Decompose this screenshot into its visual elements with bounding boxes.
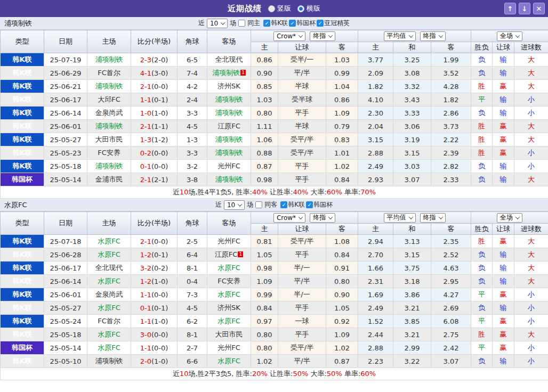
cell-league: 韩K联 (1, 275, 44, 288)
league-checkbox[interactable]: ✓ (263, 20, 270, 27)
home-team-name: 金泉尚武 (95, 290, 123, 298)
cell-result: 胜 (471, 120, 493, 133)
scope-select-value: 全场 (500, 213, 513, 222)
cell-corner: 3-8 (178, 173, 207, 186)
cell-avg-draw: 3.43 (393, 93, 431, 107)
cell-away: 光州FC (207, 160, 251, 173)
layout-radio-vertical[interactable]: 竖版 (268, 4, 291, 13)
matches-table-away-team: 类型 日期 主场 比分(半场) 角球 客场 Crow* 终指 平均值 终指 (0, 211, 548, 380)
final-odds-select[interactable]: 终指 (310, 213, 335, 223)
col-avg-draw: 和 (393, 224, 431, 235)
cell-avg-away: 2.52 (431, 248, 471, 262)
col-score: 比分(半场) (131, 212, 178, 235)
col-goals: 进球数 (514, 224, 548, 235)
move-down-button[interactable]: ↓ (519, 3, 530, 14)
bookmaker-select[interactable]: Crow* (273, 31, 305, 41)
average-select[interactable]: 平均值 (384, 213, 416, 223)
cell-date: 25-06-17 (44, 93, 87, 107)
same-venue-label: 同客 (264, 200, 277, 209)
cell-corner: 2-4 (178, 93, 207, 107)
cell-handicap: 半/一 (278, 288, 326, 301)
radio-unselected-icon[interactable] (268, 5, 275, 12)
match-row: 韩K联25-06-21浦项制铁2-1(0-0)4-2济州SK0.85半球1.04… (1, 80, 548, 93)
away-team-name: 全北现代 (215, 55, 243, 63)
cell-result: 胜 (471, 235, 493, 248)
league-filter[interactable]: ✓韩K联 (280, 200, 305, 209)
cell-avg-home: 2.49 (358, 301, 393, 315)
league-checkbox[interactable]: ✓ (306, 201, 313, 208)
away-team-name: 浦项制铁 (215, 109, 243, 117)
league-checkbox[interactable]: ✓ (289, 20, 296, 27)
titlebar-center: 近期战绩 竖版 横版 (0, 4, 548, 14)
cell-handicap: 平手 (278, 173, 326, 186)
cell-odds-away: 1.09 (326, 107, 358, 120)
col-avg-away: 客 (431, 42, 471, 53)
final-odds-select-value: 终指 (313, 31, 326, 40)
close-button[interactable]: ✕ (533, 3, 545, 14)
filter-controls: 近 10 场 同主 ✓韩K联✓韩国杯✓亚冠精英 (0, 19, 548, 28)
league-filter-label: 韩K联 (288, 200, 305, 209)
cell-corner: 1-3 (178, 133, 207, 146)
col-goals: 进球数 (514, 42, 548, 53)
league-filter[interactable]: ✓韩国杯 (306, 200, 333, 209)
league-checkbox[interactable]: ✓ (317, 20, 324, 27)
cell-date: 25-06-28 (44, 248, 87, 262)
match-row: 韩K联25-06-17全北现代3-2(0-2)8-1水原FC0.98半/一0.9… (1, 262, 548, 275)
league-filter[interactable]: ✓亚冠精英 (317, 19, 350, 28)
recent-count-select[interactable]: 10 (224, 200, 245, 210)
cell-avg-home: 2.23 (358, 355, 393, 368)
final-odds-select-2[interactable]: 终指 (420, 213, 446, 223)
cell-goals: 大 (514, 67, 548, 80)
window-title: 近期战绩 (228, 4, 262, 14)
cell-handicap-result: 赢 (493, 288, 514, 301)
average-group-header: 平均值 终指 (358, 212, 471, 224)
layout-radio-horizontal[interactable]: 横版 (297, 4, 320, 13)
table-header: 类型 日期 主场 比分(半场) 角球 客场 Crow* 终指 平均值 终指 (1, 212, 548, 235)
cell-goals: 小 (514, 341, 548, 355)
fulltime-score: 2-1 (140, 238, 151, 246)
away-team-name: 光州FC (217, 162, 240, 170)
move-up-button[interactable]: ↑ (504, 3, 516, 14)
cell-home: 浦项制铁 (87, 355, 131, 368)
col-corner: 角球 (178, 30, 207, 53)
cell-avg-away: 2.35 (431, 235, 471, 248)
fulltime-score: 3-0 (140, 331, 151, 339)
same-venue-checkbox[interactable] (255, 201, 262, 208)
cell-league: 韩K联 (1, 235, 44, 248)
league-filter[interactable]: ✓韩K联 (263, 19, 288, 28)
average-select-value: 平均值 (387, 213, 406, 222)
cell-avg-away: 2.86 (431, 107, 471, 120)
match-row: 韩K联25-07-19浦项制铁2-3(2-0)6-5全北现代0.86受半/一1.… (1, 53, 548, 67)
scope-select-value: 全场 (500, 31, 513, 40)
average-select[interactable]: 平均值 (384, 31, 416, 41)
cell-home: 浦项制铁 (87, 53, 131, 67)
scope-select[interactable]: 全场 (497, 213, 522, 223)
recent-count-select[interactable]: 10 (207, 19, 228, 28)
home-team-name: 浦项制铁 (95, 122, 123, 130)
cell-odds-away: 0.92 (326, 315, 358, 328)
cell-avg-home: 1.52 (358, 315, 393, 328)
cell-handicap-result: 赢 (493, 235, 514, 248)
cell-odds-away: 0.79 (326, 120, 358, 133)
final-odds-select-2[interactable]: 终指 (420, 31, 446, 41)
radio-selected-icon[interactable] (297, 5, 304, 12)
scope-select[interactable]: 全场 (497, 31, 522, 41)
cell-away: 济州SK (207, 80, 251, 93)
cell-handicap: 受半/一 (278, 53, 326, 67)
league-checkbox[interactable]: ✓ (280, 201, 287, 208)
cell-handicap-result: 输 (493, 173, 514, 186)
bookmaker-select[interactable]: Crow* (273, 213, 305, 223)
cell-avg-away: 4.27 (431, 288, 471, 301)
same-venue-checkbox[interactable] (238, 20, 245, 27)
cell-odds-away: 1.01 (326, 146, 358, 160)
cell-date: 25-06-01 (44, 120, 87, 133)
away-team-name: 水原FC (217, 357, 240, 365)
home-team-name: 金泉尚武 (95, 109, 123, 117)
cell-odds-away: 1.03 (326, 53, 358, 67)
final-odds-select[interactable]: 终指 (310, 31, 335, 41)
cell-league: 韩K联 (1, 120, 44, 133)
filter-controls: 近 10 场 同客 ✓韩K联✓韩国杯 (0, 200, 548, 210)
cell-away: 全北现代 (207, 53, 251, 67)
league-filter[interactable]: ✓韩国杯 (289, 19, 316, 28)
cell-score: 0-2(0-0) (131, 146, 178, 160)
